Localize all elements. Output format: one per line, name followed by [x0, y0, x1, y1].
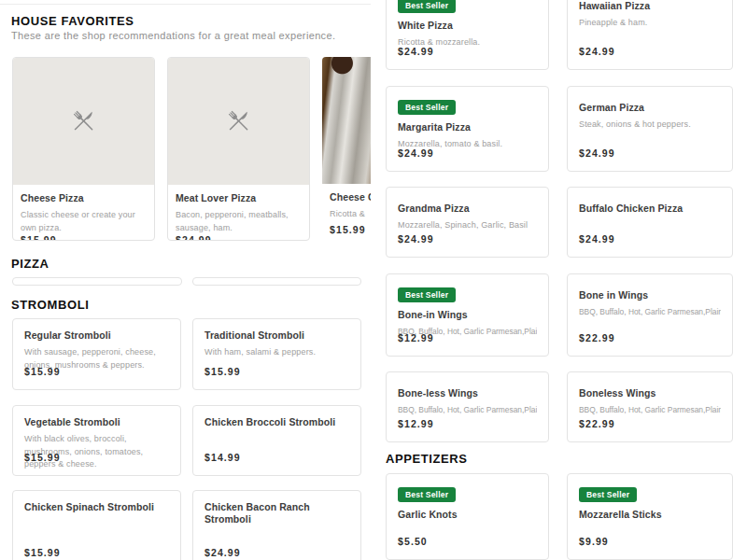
menu-card-boneless-wings[interactable]: Boneless Wings BBQ, Buffalo, Hot, Garlic… [567, 371, 733, 442]
item-name: Bone-in Wings [398, 309, 537, 321]
item-name: Chicken Spinach Stromboli [24, 501, 169, 513]
item-price: $24.99 [204, 547, 241, 558]
item-price: $24.99 [579, 147, 615, 159]
best-seller-badge: Best Seller [398, 287, 456, 302]
item-price: $24.99 [398, 233, 434, 245]
best-seller-badge: Best Seller [398, 100, 456, 115]
menu-card-chicken-broccoli-stromboli[interactable]: Chicken Broccoli Stromboli $14.99 [192, 405, 361, 476]
left-panel: HOUSE FAVORITES These are the shop recom… [0, 0, 371, 560]
food-photo [322, 57, 371, 184]
menu-card-chicken-bacon-ranch-stromboli[interactable]: Chicken Bacon Ranch Stromboli $24.99 [192, 490, 361, 560]
house-favorites-subtitle: These are the shop recommendations for a… [11, 30, 335, 41]
item-price: $24.99 [398, 46, 434, 57]
item-description: BBQ, Buffalo, Hot, Garlic Parmesan,Plain [579, 306, 721, 318]
item-price: $24.99 [176, 234, 302, 241]
item-description: BBQ, Buffalo, Hot, Garlic Parmesan,Plain [579, 404, 721, 416]
item-price: $12.99 [398, 332, 434, 343]
menu-card-bone-in-wings[interactable]: Best Seller Bone-in Wings BBQ, Buffalo, … [386, 273, 549, 357]
menu-card-german-pizza[interactable]: German Pizza Steak, onions & hot peppers… [567, 86, 733, 172]
item-price: $15.99 [24, 366, 61, 377]
item-description: BBQ, Buffalo, Hot, Garlic Parmesan,Plain [398, 404, 537, 416]
item-price: $24.99 [579, 233, 615, 245]
menu-page: HOUSE FAVORITES These are the shop recom… [0, 0, 747, 560]
item-price: $14.99 [204, 452, 241, 463]
item-name: Bone-less Wings [398, 387, 537, 399]
menu-card-regular-stromboli[interactable]: Regular Stromboli With sausage, pepperon… [12, 318, 181, 390]
menu-card-buffalo-chicken-pizza[interactable]: Buffalo Chicken Pizza $24.99 [567, 187, 733, 258]
image-placeholder [168, 58, 309, 185]
item-name: Boneless Wings [579, 387, 721, 399]
item-name: White Pizza [398, 20, 537, 32]
item-name: Chicken Bacon Ranch Stromboli [204, 501, 349, 525]
pizza-card-collapsed[interactable] [192, 277, 361, 286]
pizza-card-collapsed[interactable] [12, 277, 182, 286]
menu-card-margarita-pizza[interactable]: Best Seller Margarita Pizza Mozzarella, … [386, 86, 549, 172]
item-name: Chicken Broccoli Stromboli [204, 416, 349, 428]
item-price: $24.99 [579, 46, 615, 57]
best-seller-badge: Best Seller [579, 487, 637, 502]
item-price: $22.99 [579, 418, 615, 429]
best-seller-badge: Best Seller [398, 487, 456, 502]
item-name: Cheese Pizza [21, 192, 147, 204]
menu-card-mozzarella-sticks[interactable]: Best Seller Mozzarella Sticks $9.99 [567, 473, 733, 560]
menu-card-traditional-stromboli[interactable]: Traditional Stromboli With ham, salami &… [192, 318, 361, 390]
top-divider [0, 4, 371, 5]
menu-card-bone-less-wings[interactable]: Bone-less Wings BBQ, Buffalo, Hot, Garli… [386, 371, 549, 442]
item-description: Steak, onions & hot peppers. [579, 119, 721, 132]
item-name: Vegetable Stromboli [24, 416, 169, 428]
item-description: Mozzarella, Spinach, Garlic, Basil [398, 219, 537, 232]
menu-card-white-pizza[interactable]: Best Seller White Pizza Ricotta & mozzar… [386, 0, 549, 70]
card-body: Meat Lover Pizza Bacon, pepperoni, meatb… [168, 185, 309, 241]
pizza-heading: PIZZA [11, 257, 49, 271]
item-description: Classic cheese or create your own pizza. [21, 209, 147, 234]
item-price: $15.99 [330, 224, 371, 235]
utensils-icon [224, 106, 254, 136]
item-description: Pineapple & ham. [579, 17, 721, 30]
item-name: Garlic Knots [398, 509, 537, 521]
menu-card-garlic-knots[interactable]: Best Seller Garlic Knots $5.50 [386, 473, 549, 560]
item-price: $22.99 [579, 332, 615, 343]
item-description: Bacon, pepperoni, meatballs, sausage, ha… [176, 209, 302, 234]
item-price: $15.99 [204, 366, 241, 377]
menu-card-hawaiian-pizza[interactable]: Hawaiian Pizza Pineapple & ham. $24.99 [567, 0, 733, 70]
card-body: Cheese Pizza Classic cheese or create yo… [13, 185, 154, 241]
favorite-card-cheese-pizza[interactable]: Cheese Pizza Classic cheese or create yo… [12, 57, 155, 241]
appetizers-heading: APPETIZERS [386, 452, 468, 466]
stromboli-heading: STROMBOLI [11, 298, 89, 312]
house-favorites-heading: HOUSE FAVORITES [11, 14, 134, 28]
item-price: $24.99 [398, 147, 434, 159]
item-description: With ham, salami & peppers. [204, 346, 349, 359]
item-price: $15.99 [21, 234, 147, 241]
item-name: Cheese C [330, 191, 371, 203]
utensils-icon [69, 106, 99, 136]
item-name: Margarita Pizza [398, 121, 537, 133]
item-name: German Pizza [579, 102, 721, 114]
house-favorites-scroller[interactable]: Cheese Pizza Classic cheese or create yo… [12, 57, 371, 241]
favorite-card-meat-lover-pizza[interactable]: Meat Lover Pizza Bacon, pepperoni, meatb… [167, 57, 310, 241]
item-name: Traditional Stromboli [204, 329, 349, 342]
item-name: Bone in Wings [579, 289, 721, 301]
item-price: $15.99 [24, 452, 61, 463]
item-name: Mozzarella Sticks [579, 509, 721, 521]
item-price: $15.99 [24, 547, 61, 558]
favorite-card-cheese-calzone[interactable]: Cheese C Ricotta & $15.99 [322, 57, 371, 241]
menu-card-vegetable-stromboli[interactable]: Vegetable Stromboli With black olives, b… [12, 405, 181, 476]
card-body: Cheese C Ricotta & $15.99 [322, 184, 371, 241]
item-name: Hawaiian Pizza [579, 0, 721, 12]
item-description: Ricotta & [330, 208, 371, 221]
best-seller-badge: Best Seller [398, 0, 456, 13]
menu-card-chicken-spinach-stromboli[interactable]: Chicken Spinach Stromboli $15.99 [12, 490, 181, 560]
item-price: $12.99 [398, 418, 434, 429]
menu-card-grandma-pizza[interactable]: Grandma Pizza Mozzarella, Spinach, Garli… [386, 187, 549, 258]
item-name: Regular Stromboli [24, 329, 169, 342]
image-placeholder [13, 58, 154, 185]
item-name: Buffalo Chicken Pizza [579, 203, 721, 215]
menu-card-bone-in-wings-alt[interactable]: Bone in Wings BBQ, Buffalo, Hot, Garlic … [567, 273, 733, 357]
item-name: Grandma Pizza [398, 203, 537, 215]
item-price: $5.50 [398, 536, 428, 547]
item-price: $9.99 [579, 536, 609, 547]
item-name: Meat Lover Pizza [176, 192, 302, 204]
